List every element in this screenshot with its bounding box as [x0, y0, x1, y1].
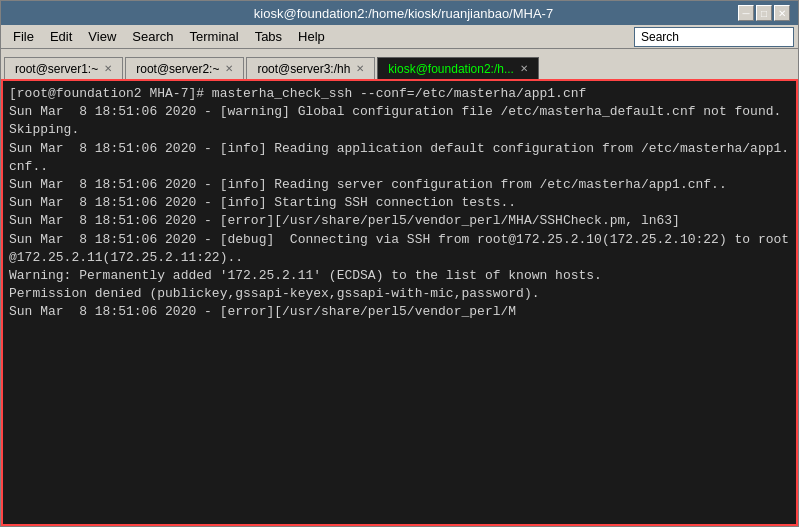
window-controls: ─ □ ✕: [738, 5, 790, 21]
terminal-content: [root@foundation2 MHA-7]# masterha_check…: [1, 79, 798, 526]
tabs-bar: root@server1:~ ✕ root@server2:~ ✕ root@s…: [1, 49, 798, 79]
tab-close-icon[interactable]: ✕: [356, 63, 364, 74]
menu-terminal[interactable]: Terminal: [182, 27, 247, 46]
log-line-4: Sun Mar 8 18:51:06 2020 - [error][/usr/s…: [9, 212, 790, 230]
log-line-8: Sun Mar 8 18:51:06 2020 - [error][/usr/s…: [9, 303, 790, 321]
menu-help[interactable]: Help: [290, 27, 333, 46]
log-line-3: Sun Mar 8 18:51:06 2020 - [info] Startin…: [9, 194, 790, 212]
menu-bar: File Edit View Search Terminal Tabs Help: [1, 25, 798, 49]
title-bar: kiosk@foundation2:/home/kiosk/ruanjianba…: [1, 1, 798, 25]
log-line-0: Sun Mar 8 18:51:06 2020 - [warning] Glob…: [9, 103, 790, 139]
tab-server1[interactable]: root@server1:~ ✕: [4, 57, 123, 79]
tab-label: root@server1:~: [15, 62, 98, 76]
menu-edit[interactable]: Edit: [42, 27, 80, 46]
menu-search[interactable]: Search: [124, 27, 181, 46]
menu-view[interactable]: View: [80, 27, 124, 46]
tab-server2[interactable]: root@server2:~ ✕: [125, 57, 244, 79]
tab-server3[interactable]: root@server3:/hh ✕: [246, 57, 375, 79]
command-prompt: [root@foundation2 MHA-7]# masterha_check…: [9, 85, 790, 103]
terminal-window: kiosk@foundation2:/home/kiosk/ruanjianba…: [0, 0, 799, 527]
tab-close-icon[interactable]: ✕: [104, 63, 112, 74]
tab-label: kiosk@foundation2:/h...: [388, 62, 514, 76]
log-line-7: Permission denied (publickey,gssapi-keye…: [9, 285, 790, 303]
window-title: kiosk@foundation2:/home/kiosk/ruanjianba…: [69, 6, 738, 21]
log-line-5: Sun Mar 8 18:51:06 2020 - [debug] Connec…: [9, 231, 790, 267]
close-button[interactable]: ✕: [774, 5, 790, 21]
log-line-6: Warning: Permanently added '172.25.2.11'…: [9, 267, 790, 285]
log-line-2: Sun Mar 8 18:51:06 2020 - [info] Reading…: [9, 176, 790, 194]
log-line-1: Sun Mar 8 18:51:06 2020 - [info] Reading…: [9, 140, 790, 176]
tab-close-icon[interactable]: ✕: [225, 63, 233, 74]
menu-tabs[interactable]: Tabs: [247, 27, 290, 46]
tab-label: root@server3:/hh: [257, 62, 350, 76]
minimize-button[interactable]: ─: [738, 5, 754, 21]
tab-label: root@server2:~: [136, 62, 219, 76]
menu-file[interactable]: File: [5, 27, 42, 46]
tab-kiosk-foundation2[interactable]: kiosk@foundation2:/h... ✕: [377, 57, 539, 79]
maximize-button[interactable]: □: [756, 5, 772, 21]
tab-close-icon[interactable]: ✕: [520, 63, 528, 74]
search-input[interactable]: [634, 27, 794, 47]
